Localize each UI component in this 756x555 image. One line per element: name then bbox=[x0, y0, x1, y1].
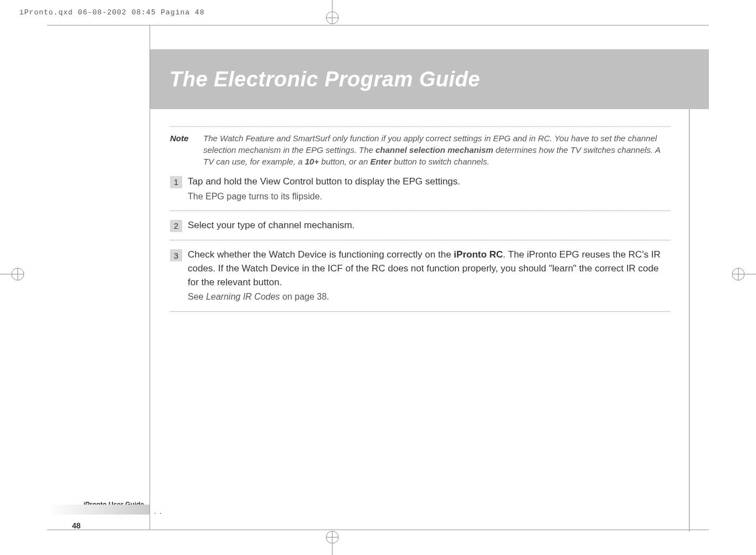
step-text: Tap and hold the View Control button to … bbox=[188, 175, 670, 203]
page-frame: The Electronic Program Guide Note The Wa… bbox=[47, 25, 709, 530]
step-number: 2 bbox=[170, 220, 182, 232]
page-title: The Electronic Program Guide bbox=[169, 68, 480, 91]
crop-mark-top-icon bbox=[321, 0, 343, 25]
frame-line-right bbox=[689, 50, 690, 532]
note-label: Note bbox=[170, 132, 203, 167]
divider bbox=[170, 240, 670, 240]
title-bar: The Electronic Program Guide bbox=[150, 49, 709, 109]
step-3: 3 Check whether the Watch Device is func… bbox=[170, 248, 670, 303]
step-text: Check whether the Watch Device is functi… bbox=[188, 248, 670, 303]
note-text: The Watch Feature and SmartSurf only fun… bbox=[203, 132, 670, 167]
step-number: 1 bbox=[170, 176, 182, 188]
crop-mark-left-icon bbox=[0, 263, 25, 285]
body-content: Note The Watch Feature and SmartSurf onl… bbox=[170, 116, 670, 317]
crop-mark-right-icon bbox=[731, 263, 756, 285]
note-block: Note The Watch Feature and SmartSurf onl… bbox=[170, 132, 670, 167]
divider bbox=[170, 126, 670, 127]
page-footer: iPronto User Guide 48 bbox=[47, 501, 163, 530]
divider bbox=[170, 210, 670, 211]
crop-mark-bottom-icon bbox=[321, 530, 343, 555]
page-number: 48 bbox=[47, 521, 163, 530]
step-number: 3 bbox=[170, 249, 182, 261]
step-text: Select your type of channel mechanism. bbox=[188, 219, 670, 233]
footer-gradient bbox=[47, 505, 150, 515]
step-2: 2 Select your type of channel mechanism. bbox=[170, 219, 670, 233]
frame-line-top bbox=[47, 25, 709, 25]
step-1: 1 Tap and hold the View Control button t… bbox=[170, 175, 670, 203]
print-metadata: iPronto.qxd 06-08-2002 08:45 Pagina 48 bbox=[19, 8, 204, 17]
divider bbox=[170, 311, 670, 312]
